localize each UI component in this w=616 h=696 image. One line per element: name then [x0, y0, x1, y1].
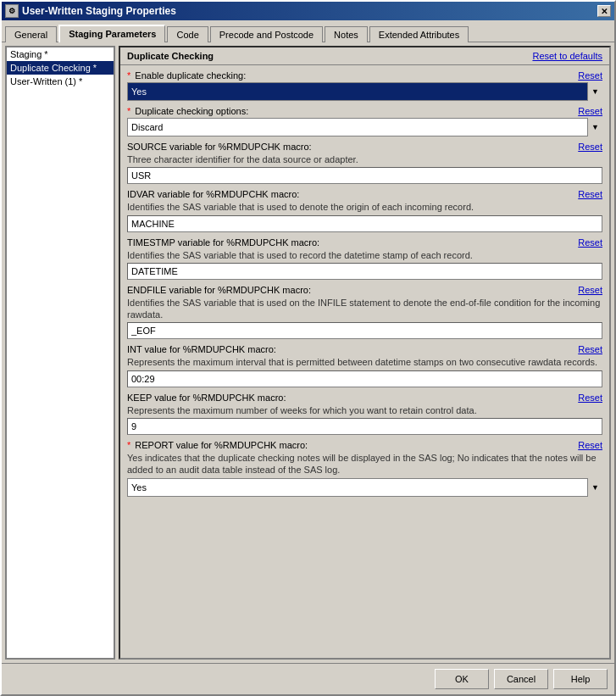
endfile-input[interactable] — [127, 322, 602, 339]
right-panel: Duplicate Checking Reset to defaults * E… — [119, 46, 611, 660]
field-label-row-8: * REPORT value for %RMDUPCHK macro: Rese… — [127, 440, 602, 450]
dup-options-dropdown-wrapper: Discard Mark ▼ — [127, 118, 602, 136]
tab-staging-parameters[interactable]: Staging Parameters — [58, 25, 165, 42]
reset-endfile[interactable]: Reset — [578, 285, 602, 295]
report-select[interactable]: Yes No — [127, 478, 602, 497]
field-timestmp: TIMESTMP variable for %RMDUPCHK macro: R… — [127, 237, 602, 280]
window-title: User-Written Staging Properties — [22, 5, 176, 17]
field-int-value: INT value for %RMDUPCHK macro: Reset Rep… — [127, 344, 602, 387]
reset-defaults-button[interactable]: Reset to defaults — [532, 51, 602, 61]
reset-keep[interactable]: Reset — [578, 393, 602, 403]
field-label-row-7: KEEP value for %RMDUPCHK macro: Reset — [127, 393, 602, 403]
reset-report[interactable]: Reset — [578, 440, 602, 450]
close-button[interactable]: ✕ — [597, 5, 611, 17]
reset-timestmp[interactable]: Reset — [578, 237, 602, 248]
field-keep-value: KEEP value for %RMDUPCHK macro: Reset Re… — [127, 393, 602, 435]
keep-input[interactable] — [127, 418, 602, 435]
dup-options-select[interactable]: Discard Mark — [127, 118, 602, 136]
reset-idvar[interactable]: Reset — [578, 189, 602, 199]
field-endfile: ENDFILE variable for %RMDUPCHK macro: Re… — [127, 285, 602, 340]
field-label-row-2: SOURCE variable for %RMDUPCHK macro: Res… — [127, 142, 602, 152]
tabs-row: General Staging Parameters Code Precode … — [2, 20, 614, 42]
form-area: * Enable duplicate checking: Reset Yes N… — [120, 65, 609, 502]
field-label-row-5: ENDFILE variable for %RMDUPCHK macro: Re… — [127, 285, 602, 295]
left-item-duplicate-checking[interactable]: Duplicate Checking * — [7, 61, 114, 75]
field-label-row-6: INT value for %RMDUPCHK macro: Reset — [127, 344, 602, 354]
field-enable-dup-checking: * Enable duplicate checking: Reset Yes N… — [127, 70, 602, 101]
tab-extended-attributes[interactable]: Extended Attributes — [369, 26, 469, 42]
ok-button[interactable]: OK — [435, 669, 489, 689]
field-label-row-4: TIMESTMP variable for %RMDUPCHK macro: R… — [127, 237, 602, 248]
field-label-row-0: * Enable duplicate checking: Reset — [127, 70, 602, 81]
tab-precode-postcode[interactable]: Precode and Postcode — [210, 26, 323, 42]
idvar-input[interactable] — [127, 215, 602, 232]
left-panel: Staging * Duplicate Checking * User-Writ… — [5, 46, 115, 660]
title-bar: ⚙ User-Written Staging Properties ✕ — [2, 2, 614, 20]
enable-dup-dropdown-wrapper: Yes No ▼ — [127, 82, 602, 101]
main-content: Staging * Duplicate Checking * User-Writ… — [2, 42, 614, 663]
field-label-row-1: * Duplicate checking options: Reset — [127, 106, 602, 116]
main-window: ⚙ User-Written Staging Properties ✕ Gene… — [0, 0, 616, 696]
tab-notes[interactable]: Notes — [325, 26, 368, 42]
section-title: Duplicate Checking — [127, 51, 214, 61]
reset-int[interactable]: Reset — [578, 344, 602, 354]
field-report-value: * REPORT value for %RMDUPCHK macro: Rese… — [127, 440, 602, 497]
source-input[interactable] — [127, 167, 602, 184]
footer: OK Cancel Help — [2, 663, 614, 694]
left-item-user-written[interactable]: User-Written (1) * — [7, 75, 114, 88]
reset-enable-dup[interactable]: Reset — [578, 70, 602, 81]
left-item-staging[interactable]: Staging * — [7, 47, 114, 61]
enable-dup-select[interactable]: Yes No — [127, 82, 602, 101]
field-label-row-3: IDVAR variable for %RMDUPCHK macro: Rese… — [127, 189, 602, 199]
field-dup-options: * Duplicate checking options: Reset Disc… — [127, 106, 602, 136]
reset-dup-options[interactable]: Reset — [578, 106, 602, 116]
reset-source[interactable]: Reset — [578, 142, 602, 152]
field-source-var: SOURCE variable for %RMDUPCHK macro: Res… — [127, 142, 602, 184]
section-header: Duplicate Checking Reset to defaults — [120, 47, 609, 65]
title-bar-icon: ⚙ — [5, 4, 19, 18]
tab-code[interactable]: Code — [167, 26, 208, 42]
help-button[interactable]: Help — [553, 669, 608, 689]
tab-general[interactable]: General — [5, 26, 57, 42]
int-input[interactable] — [127, 370, 602, 387]
report-dropdown-wrapper: Yes No ▼ — [127, 478, 602, 497]
field-idvar: IDVAR variable for %RMDUPCHK macro: Rese… — [127, 189, 602, 231]
cancel-button[interactable]: Cancel — [494, 669, 548, 689]
timestmp-input[interactable] — [127, 263, 602, 280]
